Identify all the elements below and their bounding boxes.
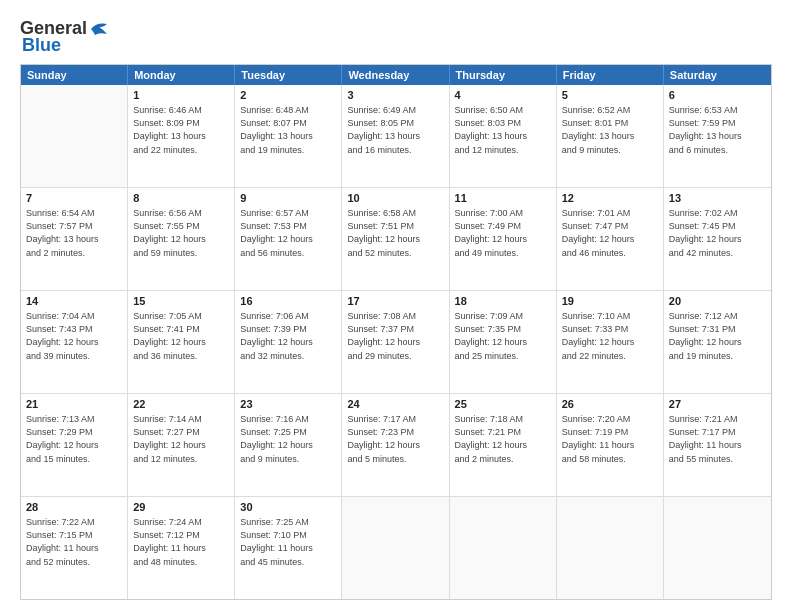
day-number: 12 <box>562 191 658 206</box>
calendar: SundayMondayTuesdayWednesdayThursdayFrid… <box>20 64 772 600</box>
day-number: 24 <box>347 397 443 412</box>
day-number: 30 <box>240 500 336 515</box>
calendar-cell: 6Sunrise: 6:53 AM Sunset: 7:59 PM Daylig… <box>664 85 771 187</box>
day-number: 11 <box>455 191 551 206</box>
day-number: 15 <box>133 294 229 309</box>
day-content: Sunrise: 7:20 AM Sunset: 7:19 PM Dayligh… <box>562 413 658 465</box>
day-number: 19 <box>562 294 658 309</box>
calendar-cell: 11Sunrise: 7:00 AM Sunset: 7:49 PM Dayli… <box>450 188 557 290</box>
header-day-thursday: Thursday <box>450 65 557 85</box>
calendar-cell: 17Sunrise: 7:08 AM Sunset: 7:37 PM Dayli… <box>342 291 449 393</box>
day-number: 27 <box>669 397 766 412</box>
day-content: Sunrise: 7:14 AM Sunset: 7:27 PM Dayligh… <box>133 413 229 465</box>
day-number: 21 <box>26 397 122 412</box>
day-number: 4 <box>455 88 551 103</box>
calendar-cell: 14Sunrise: 7:04 AM Sunset: 7:43 PM Dayli… <box>21 291 128 393</box>
header-day-tuesday: Tuesday <box>235 65 342 85</box>
logo-bird-icon <box>89 20 109 38</box>
header-day-monday: Monday <box>128 65 235 85</box>
calendar-row-3: 14Sunrise: 7:04 AM Sunset: 7:43 PM Dayli… <box>21 290 771 393</box>
calendar-cell: 5Sunrise: 6:52 AM Sunset: 8:01 PM Daylig… <box>557 85 664 187</box>
day-content: Sunrise: 6:53 AM Sunset: 7:59 PM Dayligh… <box>669 104 766 156</box>
day-content: Sunrise: 6:54 AM Sunset: 7:57 PM Dayligh… <box>26 207 122 259</box>
day-number: 9 <box>240 191 336 206</box>
day-content: Sunrise: 7:12 AM Sunset: 7:31 PM Dayligh… <box>669 310 766 362</box>
day-content: Sunrise: 6:57 AM Sunset: 7:53 PM Dayligh… <box>240 207 336 259</box>
day-content: Sunrise: 7:00 AM Sunset: 7:49 PM Dayligh… <box>455 207 551 259</box>
day-content: Sunrise: 6:56 AM Sunset: 7:55 PM Dayligh… <box>133 207 229 259</box>
calendar-cell: 24Sunrise: 7:17 AM Sunset: 7:23 PM Dayli… <box>342 394 449 496</box>
day-content: Sunrise: 7:18 AM Sunset: 7:21 PM Dayligh… <box>455 413 551 465</box>
header-day-sunday: Sunday <box>21 65 128 85</box>
day-content: Sunrise: 7:25 AM Sunset: 7:10 PM Dayligh… <box>240 516 336 568</box>
calendar-cell: 18Sunrise: 7:09 AM Sunset: 7:35 PM Dayli… <box>450 291 557 393</box>
calendar-row-5: 28Sunrise: 7:22 AM Sunset: 7:15 PM Dayli… <box>21 496 771 599</box>
calendar-cell: 3Sunrise: 6:49 AM Sunset: 8:05 PM Daylig… <box>342 85 449 187</box>
day-content: Sunrise: 6:52 AM Sunset: 8:01 PM Dayligh… <box>562 104 658 156</box>
calendar-cell: 10Sunrise: 6:58 AM Sunset: 7:51 PM Dayli… <box>342 188 449 290</box>
day-number: 13 <box>669 191 766 206</box>
header-day-friday: Friday <box>557 65 664 85</box>
calendar-cell: 21Sunrise: 7:13 AM Sunset: 7:29 PM Dayli… <box>21 394 128 496</box>
calendar-cell: 28Sunrise: 7:22 AM Sunset: 7:15 PM Dayli… <box>21 497 128 599</box>
day-content: Sunrise: 6:46 AM Sunset: 8:09 PM Dayligh… <box>133 104 229 156</box>
day-number: 17 <box>347 294 443 309</box>
day-content: Sunrise: 7:06 AM Sunset: 7:39 PM Dayligh… <box>240 310 336 362</box>
calendar-body: 1Sunrise: 6:46 AM Sunset: 8:09 PM Daylig… <box>21 85 771 599</box>
day-number: 6 <box>669 88 766 103</box>
day-content: Sunrise: 7:13 AM Sunset: 7:29 PM Dayligh… <box>26 413 122 465</box>
day-content: Sunrise: 7:22 AM Sunset: 7:15 PM Dayligh… <box>26 516 122 568</box>
calendar-cell: 19Sunrise: 7:10 AM Sunset: 7:33 PM Dayli… <box>557 291 664 393</box>
day-content: Sunrise: 7:08 AM Sunset: 7:37 PM Dayligh… <box>347 310 443 362</box>
day-content: Sunrise: 6:48 AM Sunset: 8:07 PM Dayligh… <box>240 104 336 156</box>
calendar-cell: 13Sunrise: 7:02 AM Sunset: 7:45 PM Dayli… <box>664 188 771 290</box>
day-number: 16 <box>240 294 336 309</box>
calendar-cell: 9Sunrise: 6:57 AM Sunset: 7:53 PM Daylig… <box>235 188 342 290</box>
day-number: 20 <box>669 294 766 309</box>
day-content: Sunrise: 7:05 AM Sunset: 7:41 PM Dayligh… <box>133 310 229 362</box>
day-number: 28 <box>26 500 122 515</box>
day-content: Sunrise: 7:02 AM Sunset: 7:45 PM Dayligh… <box>669 207 766 259</box>
day-content: Sunrise: 6:58 AM Sunset: 7:51 PM Dayligh… <box>347 207 443 259</box>
calendar-cell: 22Sunrise: 7:14 AM Sunset: 7:27 PM Dayli… <box>128 394 235 496</box>
calendar-cell <box>664 497 771 599</box>
day-number: 5 <box>562 88 658 103</box>
logo-blue-text: Blue <box>22 35 61 56</box>
calendar-cell: 25Sunrise: 7:18 AM Sunset: 7:21 PM Dayli… <box>450 394 557 496</box>
day-content: Sunrise: 7:21 AM Sunset: 7:17 PM Dayligh… <box>669 413 766 465</box>
calendar-cell <box>557 497 664 599</box>
day-number: 8 <box>133 191 229 206</box>
calendar-cell: 12Sunrise: 7:01 AM Sunset: 7:47 PM Dayli… <box>557 188 664 290</box>
page: General Blue SundayMondayTuesdayWednesda… <box>0 0 792 612</box>
calendar-cell: 2Sunrise: 6:48 AM Sunset: 8:07 PM Daylig… <box>235 85 342 187</box>
calendar-cell: 26Sunrise: 7:20 AM Sunset: 7:19 PM Dayli… <box>557 394 664 496</box>
calendar-header: SundayMondayTuesdayWednesdayThursdayFrid… <box>21 65 771 85</box>
day-content: Sunrise: 7:16 AM Sunset: 7:25 PM Dayligh… <box>240 413 336 465</box>
header: General Blue <box>20 18 772 56</box>
calendar-cell: 15Sunrise: 7:05 AM Sunset: 7:41 PM Dayli… <box>128 291 235 393</box>
calendar-cell <box>21 85 128 187</box>
day-number: 14 <box>26 294 122 309</box>
calendar-cell: 1Sunrise: 6:46 AM Sunset: 8:09 PM Daylig… <box>128 85 235 187</box>
day-number: 3 <box>347 88 443 103</box>
logo: General Blue <box>20 18 109 56</box>
calendar-cell: 7Sunrise: 6:54 AM Sunset: 7:57 PM Daylig… <box>21 188 128 290</box>
day-content: Sunrise: 7:10 AM Sunset: 7:33 PM Dayligh… <box>562 310 658 362</box>
calendar-cell: 16Sunrise: 7:06 AM Sunset: 7:39 PM Dayli… <box>235 291 342 393</box>
day-number: 29 <box>133 500 229 515</box>
header-day-wednesday: Wednesday <box>342 65 449 85</box>
day-content: Sunrise: 7:01 AM Sunset: 7:47 PM Dayligh… <box>562 207 658 259</box>
day-number: 26 <box>562 397 658 412</box>
day-content: Sunrise: 6:50 AM Sunset: 8:03 PM Dayligh… <box>455 104 551 156</box>
calendar-cell: 29Sunrise: 7:24 AM Sunset: 7:12 PM Dayli… <box>128 497 235 599</box>
calendar-cell: 30Sunrise: 7:25 AM Sunset: 7:10 PM Dayli… <box>235 497 342 599</box>
day-number: 25 <box>455 397 551 412</box>
day-content: Sunrise: 7:04 AM Sunset: 7:43 PM Dayligh… <box>26 310 122 362</box>
day-number: 22 <box>133 397 229 412</box>
day-content: Sunrise: 7:24 AM Sunset: 7:12 PM Dayligh… <box>133 516 229 568</box>
day-number: 2 <box>240 88 336 103</box>
calendar-row-2: 7Sunrise: 6:54 AM Sunset: 7:57 PM Daylig… <box>21 187 771 290</box>
calendar-cell: 20Sunrise: 7:12 AM Sunset: 7:31 PM Dayli… <box>664 291 771 393</box>
day-content: Sunrise: 6:49 AM Sunset: 8:05 PM Dayligh… <box>347 104 443 156</box>
calendar-cell: 27Sunrise: 7:21 AM Sunset: 7:17 PM Dayli… <box>664 394 771 496</box>
